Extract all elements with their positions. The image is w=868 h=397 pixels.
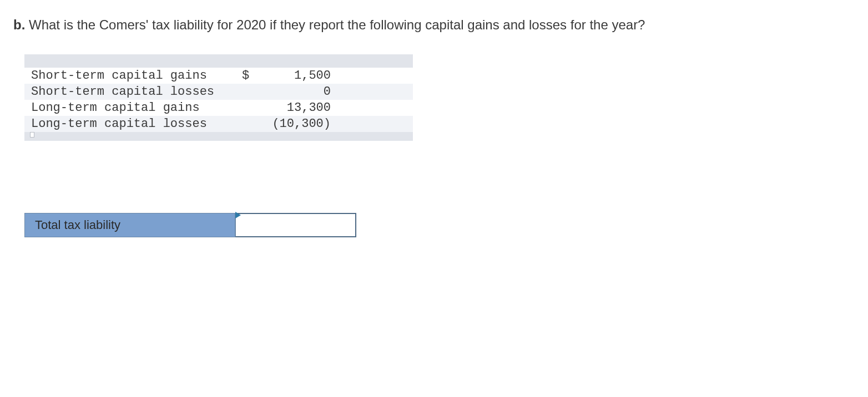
row-currency: $	[242, 69, 259, 83]
table-header-bar	[24, 54, 413, 68]
answer-label: Total tax liability	[24, 213, 235, 237]
table-row: Short-term capital losses 0	[24, 84, 413, 100]
data-table: Short-term capital gains $ 1,500 Short-t…	[24, 54, 413, 141]
row-value: 1,500	[259, 69, 331, 83]
question-body: What is the Comers' tax liability for 20…	[29, 17, 645, 32]
total-tax-liability-input[interactable]	[236, 214, 355, 236]
table-row: Long-term capital losses (10,300)	[24, 116, 413, 132]
question-text: b. What is the Comers' tax liability for…	[13, 16, 855, 34]
table-row: Long-term capital gains 13,300	[24, 100, 413, 116]
table-row: Short-term capital gains $ 1,500	[24, 68, 413, 84]
table-footer-bar	[24, 132, 413, 141]
answer-input-wrap	[235, 213, 356, 237]
row-label: Short-term capital gains	[31, 69, 242, 83]
row-value: 13,300	[259, 101, 331, 115]
question-label: b.	[13, 17, 25, 32]
row-value: (10,300)	[259, 117, 331, 131]
row-value: 0	[259, 85, 331, 99]
row-currency	[242, 117, 259, 131]
row-label: Short-term capital losses	[31, 85, 242, 99]
row-currency	[242, 101, 259, 115]
row-label: Long-term capital losses	[31, 117, 242, 131]
answer-row: Total tax liability	[24, 213, 855, 237]
row-label: Long-term capital gains	[31, 101, 242, 115]
row-currency	[242, 85, 259, 99]
